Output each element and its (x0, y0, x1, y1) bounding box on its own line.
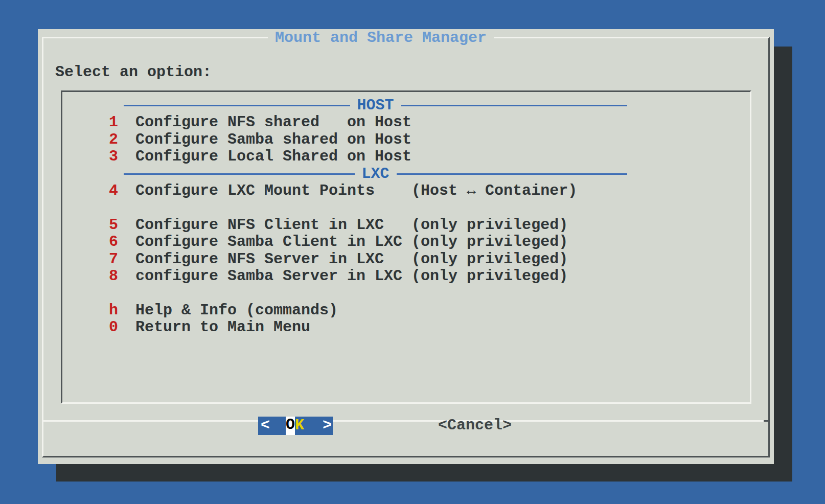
menu-item-1[interactable]: 1Configure NFS shared on Host (62, 114, 750, 131)
menu-item-label: Configure NFS Client in LXC (only privil… (135, 216, 568, 234)
separator-label: HOST (350, 97, 401, 114)
menu-box: HOST1Configure NFS shared on Host2Config… (61, 90, 751, 404)
menu-item-tag: 2 (109, 131, 135, 148)
menu-item-label: Configure NFS shared on Host (135, 113, 411, 131)
menu-item-5[interactable]: 5Configure NFS Client in LXC (only privi… (62, 217, 750, 234)
dialog-title-text: Mount and Share Manager (268, 29, 494, 47)
menu-item-6[interactable]: 6Configure Samba Client in LXC (only pri… (62, 234, 750, 250)
menu-item-h[interactable]: hHelp & Info (commands) (62, 302, 750, 319)
menu-item-0[interactable]: 0Return to Main Menu (62, 319, 750, 336)
menu-item-7[interactable]: 7Configure NFS Server in LXC (only privi… (62, 251, 750, 268)
menu-section-separator: LXC (124, 166, 627, 182)
menu-item-tag: 6 (109, 234, 135, 250)
menu-blank-row (62, 199, 750, 216)
menu-item-tag: 3 (109, 148, 135, 165)
ok-button-right-bracket: > (323, 417, 332, 434)
ok-button-left-bracket: < (261, 417, 270, 434)
menu-item-label: Configure LXC Mount Points (Host ↔ Conta… (135, 182, 577, 199)
menu-rows: HOST1Configure NFS shared on Host2Config… (62, 92, 750, 336)
separator-line (397, 173, 628, 175)
menu-item-tag: 4 (109, 182, 135, 199)
menu-item-2[interactable]: 2Configure Samba shared on Host (62, 131, 750, 148)
menu-item-tag: 5 (109, 217, 135, 234)
menu-item-8[interactable]: 8configure Samba Server in LXC (only pri… (62, 268, 750, 285)
menu-item-tag: 7 (109, 251, 135, 268)
separator-line (124, 173, 355, 175)
menu-item-label: Configure NFS Server in LXC (only privil… (135, 250, 568, 268)
cancel-button[interactable]: <Cancel> (434, 417, 516, 434)
prompt-text: Select an option: (55, 64, 212, 81)
ok-button[interactable]: <OK> (258, 417, 333, 435)
menu-item-tag: 8 (109, 268, 135, 285)
menu-blank-row (62, 285, 750, 302)
terminal-background: Mount and Share Manager Select an option… (0, 0, 825, 504)
menu-item-3[interactable]: 3Configure Local Shared on Host (62, 148, 750, 165)
menu-item-label: Configure Samba Client in LXC (only priv… (135, 233, 568, 250)
ok-button-cursor: O (286, 417, 295, 435)
menu-item-label: configure Samba Server in LXC (only priv… (135, 267, 568, 285)
separator-line (401, 105, 628, 106)
menu-section-separator: HOST (124, 97, 627, 114)
menu-item-tag: 1 (109, 114, 135, 131)
menu-item-label: Return to Main Menu (135, 318, 310, 336)
mount-share-manager-dialog: Mount and Share Manager Select an option… (38, 29, 774, 464)
menu-item-tag: h (109, 302, 135, 319)
separator-line (124, 105, 350, 106)
menu-item-tag: 0 (109, 319, 135, 336)
menu-item-label: Configure Samba shared on Host (135, 131, 411, 148)
ok-button-hotkey: K (295, 417, 304, 434)
dialog-title: Mount and Share Manager (38, 30, 724, 47)
menu-item-label: Configure Local Shared on Host (135, 148, 411, 165)
separator-label: LXC (355, 166, 397, 182)
menu-item-4[interactable]: 4Configure LXC Mount Points (Host ↔ Cont… (62, 182, 750, 199)
menu-item-label: Help & Info (commands) (135, 302, 338, 319)
button-row: <OK> <Cancel> (38, 417, 774, 435)
